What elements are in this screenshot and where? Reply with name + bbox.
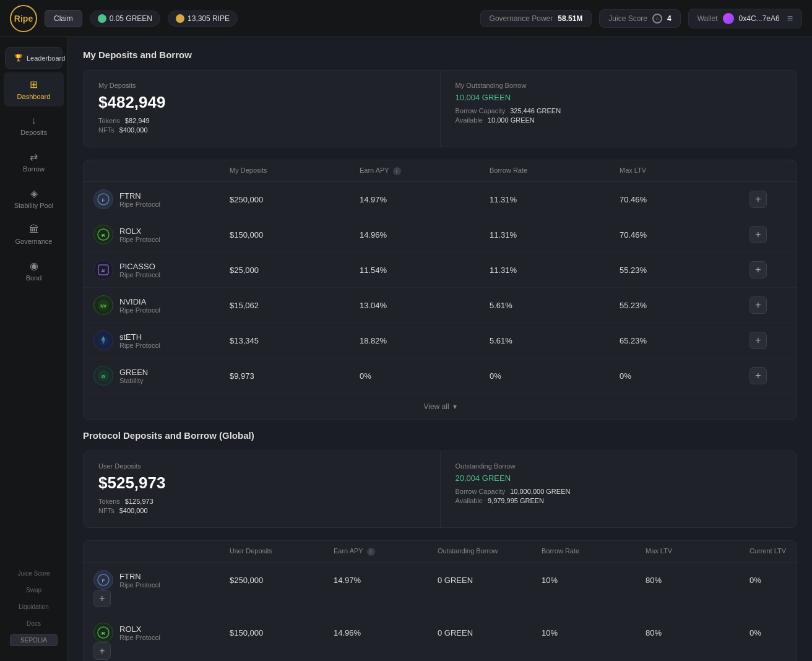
sidebar-item-label-governance: Governance xyxy=(15,238,53,245)
col-max-ltv: Max LTV xyxy=(620,166,749,175)
protocol-tokens-label: Tokens xyxy=(98,498,120,505)
global-token-cell-rolx: R ROLX Ripe Protocol xyxy=(93,623,230,642)
table-row: R ROLX Ripe Protocol $150,000 14.96% 0 G… xyxy=(84,615,797,661)
protocol-nfts-label: NFTs xyxy=(98,507,114,514)
token-cell-steth: stETH Ripe Protocol xyxy=(93,330,230,350)
global-earn-apy-info: i xyxy=(367,548,375,556)
global-ftrn-add-button[interactable]: + xyxy=(93,590,111,607)
svg-text:F: F xyxy=(102,578,105,584)
green-balance-value: 0.05 GREEN xyxy=(110,14,152,23)
ftrn-add-button[interactable]: + xyxy=(749,191,767,208)
claim-button[interactable]: Claim xyxy=(45,10,82,27)
global-rolx-deposits: $150,000 xyxy=(230,628,334,637)
steth-borrow-rate: 5.61% xyxy=(490,336,620,345)
global-rolx-borrow-rate: 10% xyxy=(542,628,646,637)
sidebar-item-dashboard[interactable]: ⊞ Dashboard xyxy=(4,72,64,106)
sidebar-item-liquidation[interactable]: Liquidation xyxy=(5,598,63,615)
col-borrow-rate: Borrow Rate xyxy=(490,166,620,175)
global-token-cell-ftrn: F FTRN Ripe Protocol xyxy=(93,570,230,590)
token-cell-green: G GREEN Stability xyxy=(93,366,230,386)
protocol-nfts-value: $400,000 xyxy=(119,507,148,514)
protocol-nfts-row: NFTs $400,000 xyxy=(98,507,425,514)
juice-score-icon: ○ xyxy=(652,14,662,24)
token-source-nvidia: Ripe Protocol xyxy=(119,306,160,314)
sidebar-item-stability-pool[interactable]: ◈ Stability Pool xyxy=(4,181,64,215)
sidebar-item-docs[interactable]: Docs xyxy=(5,615,63,632)
docs-label: Docs xyxy=(27,620,41,627)
table-row: stETH Ripe Protocol $13,345 18.82% 5.61%… xyxy=(84,323,797,358)
bond-icon: ◉ xyxy=(30,260,38,272)
sidebar-item-leaderboard[interactable]: 🏆 Leaderboard xyxy=(5,47,63,69)
user-deposits-label: User Deposits xyxy=(98,462,425,470)
table-row: NV NVIDIA Ripe Protocol $15,062 13.04% 5… xyxy=(84,288,797,323)
my-tokens-value: $82,949 xyxy=(125,117,150,124)
sidebar-item-deposits[interactable]: ↓ Deposits xyxy=(4,109,64,142)
green-balance-badge: 0.05 GREEN xyxy=(90,11,160,27)
available-row: Available 10,000 GREEN xyxy=(456,116,782,124)
wallet-button[interactable]: Wallet 0x4C...7eA6 ≡ xyxy=(688,9,802,28)
my-nfts-row: NFTs $400,000 xyxy=(98,126,425,134)
borrow-capacity-label: Borrow Capacity xyxy=(456,107,506,114)
sidebar: 🏆 Leaderboard ⊞ Dashboard ↓ Deposits ⇄ B… xyxy=(0,37,68,661)
topbar: Ripe Claim 0.05 GREEN 13,305 RIPE Govern… xyxy=(0,0,812,37)
available-value: 10,000 GREEN xyxy=(488,116,535,124)
chevron-down-icon: ▾ xyxy=(453,402,457,411)
borrow-icon: ⇄ xyxy=(30,151,38,163)
table-row: F FTRN Ripe Protocol $250,000 14.97% 0 G… xyxy=(84,563,797,615)
token-name-picasso: PICASSO xyxy=(119,262,160,271)
my-nfts-value: $400,000 xyxy=(119,126,148,134)
my-tokens-label: Tokens xyxy=(98,117,120,124)
green-deposits: $9,973 xyxy=(230,371,360,381)
sidebar-item-borrow[interactable]: ⇄ Borrow xyxy=(4,145,64,179)
global-rolx-icon: R xyxy=(93,623,113,642)
my-deposits-table-header: My Deposits Earn APY i Borrow Rate Max L… xyxy=(84,160,797,182)
dashboard-icon: ⊞ xyxy=(30,79,38,90)
user-deposits-value: $525,973 xyxy=(98,473,425,493)
ftrn-borrow-rate: 11.31% xyxy=(490,195,620,204)
swap-label: Swap xyxy=(26,587,41,594)
outstanding-borrow-card: Outstanding Borrow 20,004 GREEN Borrow C… xyxy=(440,451,797,527)
table-row: F FTRN Ripe Protocol $250,000 14.97% 11.… xyxy=(84,182,797,217)
juice-score-sidebar-label: Juice Score xyxy=(17,570,50,577)
sidebar-item-swap[interactable]: Swap xyxy=(5,582,63,598)
my-borrow-value: 10,004 GREEN xyxy=(456,93,782,102)
logo[interactable]: Ripe xyxy=(10,5,37,32)
svg-text:R: R xyxy=(102,631,105,636)
steth-add-button[interactable]: + xyxy=(749,332,767,349)
steth-max-ltv: 65.23% xyxy=(620,336,749,345)
green-add-button[interactable]: + xyxy=(749,367,767,384)
global-rolx-add-button[interactable]: + xyxy=(93,642,111,660)
my-nfts-label: NFTs xyxy=(98,126,114,134)
earn-apy-info-icon: i xyxy=(393,167,401,175)
my-tokens-row: Tokens $82,949 xyxy=(98,117,425,124)
view-all-button[interactable]: View all ▾ xyxy=(84,394,797,420)
green-borrow-rate: 0% xyxy=(490,371,620,381)
nvidia-add-button[interactable]: + xyxy=(749,296,767,314)
rolx-icon: R xyxy=(93,225,113,244)
protocol-borrow-capacity-label: Borrow Capacity xyxy=(456,488,506,495)
wallet-avatar xyxy=(723,13,734,24)
ftrn-deposits: $250,000 xyxy=(230,195,360,204)
my-borrow-label: My Outstanding Borrow xyxy=(456,82,782,89)
governance-power-stat: Governance Power 58.51M xyxy=(480,10,592,27)
wallet-label: Wallet xyxy=(698,14,718,23)
sidebar-item-juice-score[interactable]: Juice Score xyxy=(5,565,63,582)
protocol-tokens-value: $125,973 xyxy=(125,498,153,505)
juice-score-value: 4 xyxy=(667,14,672,23)
green-icon: G xyxy=(93,366,113,386)
green-dot-icon xyxy=(98,14,106,23)
rolx-borrow-rate: 11.31% xyxy=(490,230,620,240)
rolx-add-button[interactable]: + xyxy=(749,226,767,243)
outstanding-borrow-value: 20,004 GREEN xyxy=(456,473,782,483)
network-badge: SEPOLIA xyxy=(10,634,58,646)
sidebar-item-bond[interactable]: ◉ Bond xyxy=(4,254,64,288)
global-col-borrow-rate: Borrow Rate xyxy=(542,547,646,556)
picasso-deposits: $25,000 xyxy=(230,266,360,275)
token-cell-ftrn: F FTRN Ripe Protocol xyxy=(93,189,230,209)
sidebar-item-governance[interactable]: 🏛 Governance xyxy=(4,218,64,251)
global-token-name-rolx: ROLX xyxy=(119,624,160,634)
global-col-deposits: User Deposits xyxy=(230,547,334,556)
picasso-add-button[interactable]: + xyxy=(749,261,767,279)
global-rolx-current-ltv: 0% xyxy=(749,628,787,637)
picasso-max-ltv: 55.23% xyxy=(620,266,749,275)
